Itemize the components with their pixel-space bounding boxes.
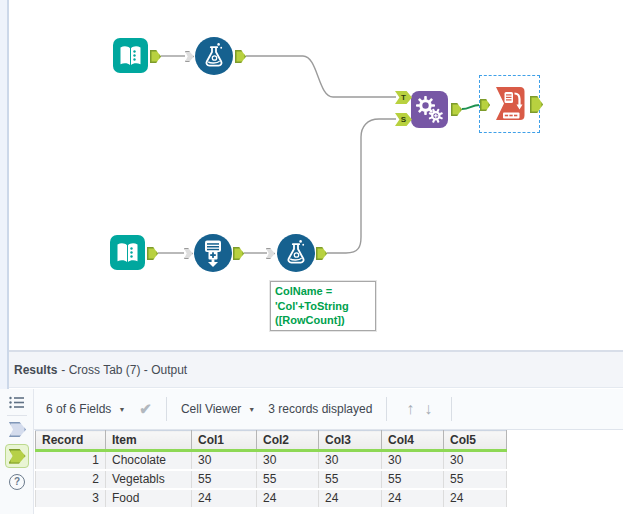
cell-col1[interactable]: 24 — [192, 489, 257, 508]
cross-tab-icon — [491, 84, 528, 123]
results-table: Record Item Col1 Col2 Col3 Col4 Col5 1 C… — [35, 430, 507, 509]
cell-record[interactable]: 2 — [36, 470, 106, 489]
canvas-left-edge — [0, 0, 9, 389]
toolbar-separator — [166, 397, 167, 421]
cell-col5[interactable]: 55 — [444, 470, 507, 489]
cell-col2[interactable]: 24 — [257, 489, 319, 508]
formula-icon — [277, 234, 315, 272]
results-toolbar: 6 of 6 Fields ▼ ✔ Cell Viewer ▼ 3 record… — [34, 389, 623, 430]
table-row: 3 Food 24 24 24 24 24 — [36, 489, 507, 508]
cell-col2[interactable]: 55 — [257, 470, 319, 489]
cell-record[interactable]: 3 — [36, 489, 106, 508]
tool-text-input-1[interactable] — [113, 38, 148, 73]
tool-macro[interactable] — [411, 91, 448, 128]
help-icon[interactable]: ? — [9, 474, 25, 490]
cell-item[interactable]: Food — [106, 489, 192, 508]
column-header-col5[interactable]: Col5 — [444, 431, 507, 451]
chevron-down-icon: ▼ — [248, 406, 255, 413]
output-anchor-view-selected[interactable] — [5, 444, 29, 468]
results-header: Results - Cross Tab (7) - Output — [0, 352, 623, 388]
cell-col1[interactable]: 55 — [192, 470, 257, 489]
cell-col5[interactable]: 30 — [444, 451, 507, 470]
results-grid: Record Item Col1 Col2 Col3 Col4 Col5 1 C… — [35, 430, 515, 514]
toolbar-separator — [451, 397, 452, 421]
cell-record[interactable]: 1 — [36, 451, 106, 470]
anchor-label-t: T — [401, 93, 406, 102]
macro-gears-icon — [411, 91, 448, 128]
cell-col1[interactable]: 30 — [192, 451, 257, 470]
generate-rows-icon — [194, 234, 232, 272]
scroll-down-button[interactable]: ↓ — [424, 400, 432, 418]
cell-col3[interactable]: 24 — [319, 489, 382, 508]
column-header-record[interactable]: Record — [36, 431, 106, 451]
column-header-col3[interactable]: Col3 — [319, 431, 382, 451]
anchor-label-s: S — [401, 115, 406, 124]
wire-formula2-macro-s — [327, 119, 396, 253]
cell-col5[interactable]: 24 — [444, 489, 507, 508]
wire-formula1-macro-t — [246, 56, 396, 97]
tool-text-input-2[interactable] — [110, 235, 145, 270]
column-header-col2[interactable]: Col2 — [257, 431, 319, 451]
cell-col4[interactable]: 30 — [382, 451, 444, 470]
records-displayed-label: 3 records displayed — [268, 402, 372, 416]
tool-formula-1[interactable] — [195, 37, 233, 75]
apply-check-icon[interactable]: ✔ — [139, 400, 152, 418]
cell-viewer-dropdown[interactable]: Cell Viewer ▼ — [181, 402, 255, 416]
annotation-line: ([RowCount]) — [275, 313, 371, 328]
column-header-item[interactable]: Item — [106, 431, 192, 451]
table-header-row: Record Item Col1 Col2 Col3 Col4 Col5 — [36, 431, 507, 451]
fields-dropdown-label: 6 of 6 Fields — [46, 402, 111, 416]
formula-icon — [195, 37, 233, 75]
table-row: 2 Vegetabls 55 55 55 55 55 — [36, 470, 507, 489]
cell-col2[interactable]: 30 — [257, 451, 319, 470]
tool-formula-2[interactable] — [277, 234, 315, 272]
tool-cross-tab[interactable] — [491, 84, 528, 127]
cell-viewer-label: Cell Viewer — [181, 402, 241, 416]
output-anchor-view-icon — [9, 449, 26, 464]
annotation-line: ColName = — [275, 284, 371, 299]
text-input-icon — [113, 38, 148, 73]
cell-item[interactable]: Vegetabls — [106, 470, 192, 489]
results-left-rail: ? — [0, 389, 34, 514]
results-title: Results — [14, 363, 57, 377]
toolbar-separator — [386, 397, 387, 421]
wire-macro-crosstab-selected — [462, 105, 480, 109]
records-displayed-status: 3 records displayed — [268, 402, 372, 416]
cell-col3[interactable]: 55 — [319, 470, 382, 489]
table-row: 1 Chocolate 30 30 30 30 30 — [36, 451, 507, 470]
text-input-icon — [110, 235, 145, 270]
scroll-up-button[interactable]: ↑ — [406, 400, 414, 418]
metadata-list-icon[interactable] — [9, 396, 25, 409]
workflow-canvas[interactable]: T S — [0, 0, 623, 350]
cell-col3[interactable]: 30 — [319, 451, 382, 470]
input-anchor-view-icon[interactable] — [9, 422, 26, 437]
annotation-line: 'Col'+ToString — [275, 299, 371, 314]
chevron-down-icon: ▼ — [118, 406, 125, 413]
tool-annotation[interactable]: ColName = 'Col'+ToString ([RowCount]) — [270, 281, 376, 331]
alteryx-designer-window: T S — [0, 0, 623, 514]
cell-col4[interactable]: 55 — [382, 470, 444, 489]
column-header-col1[interactable]: Col1 — [192, 431, 257, 451]
results-title-suffix: - Cross Tab (7) - Output — [61, 363, 187, 377]
fields-dropdown[interactable]: 6 of 6 Fields ▼ — [46, 402, 125, 416]
cell-item[interactable]: Chocolate — [106, 451, 192, 470]
rail-divider — [7, 415, 27, 416]
cell-col4[interactable]: 24 — [382, 489, 444, 508]
column-header-col4[interactable]: Col4 — [382, 431, 444, 451]
tool-generate-rows[interactable] — [194, 234, 232, 272]
